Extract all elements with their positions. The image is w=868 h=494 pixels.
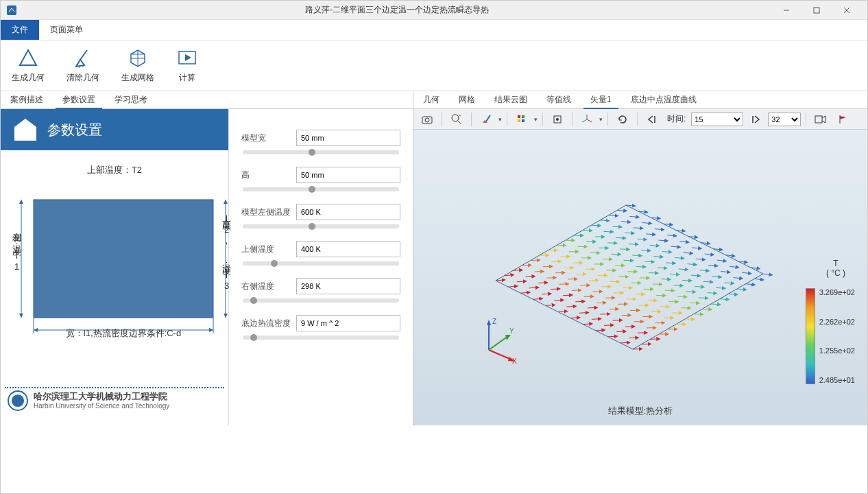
svg-line-113	[641, 250, 651, 251]
svg-line-176	[682, 280, 692, 281]
tab-mesh[interactable]: 网格	[449, 91, 485, 108]
svg-line-33	[582, 119, 587, 122]
maximize-button[interactable]	[801, 1, 832, 20]
svg-line-51	[609, 215, 618, 216]
param-input-left-temp[interactable]	[296, 204, 400, 220]
svg-line-65	[604, 231, 614, 232]
param-input-height[interactable]	[296, 167, 400, 183]
param-input-bottom-flux[interactable]	[296, 315, 400, 331]
flag-icon[interactable]	[833, 111, 852, 128]
fit-icon[interactable]	[548, 111, 567, 128]
ribbon-gen-mesh[interactable]: 生成网格	[117, 43, 158, 88]
svg-line-193	[703, 281, 713, 282]
svg-line-32	[587, 119, 592, 122]
broom-icon	[72, 47, 94, 69]
tab-geometry[interactable]: 几何	[413, 91, 449, 108]
svg-line-50	[600, 220, 610, 221]
diagram-label-right: 高度l2, 温度:T3	[220, 212, 232, 292]
svg-line-164	[705, 254, 714, 255]
left-pane: 参数设置 上部温度：T2	[1, 109, 413, 425]
axes-icon[interactable]	[577, 111, 596, 128]
content: 参数设置 上部温度：T2	[1, 109, 867, 425]
svg-line-97	[629, 244, 638, 245]
svg-line-207	[699, 298, 708, 298]
param-panel: 模型宽 高 模型左侧温度 上	[228, 109, 413, 425]
svg-line-119	[567, 306, 577, 307]
slider-height[interactable]	[243, 187, 399, 191]
svg-line-87	[542, 294, 551, 294]
slider-left-temp[interactable]	[243, 224, 399, 228]
svg-line-196	[730, 266, 739, 268]
svg-line-100	[655, 229, 664, 230]
svg-line-54	[508, 286, 518, 287]
ribbon-clear-geometry[interactable]: 清除几何	[62, 43, 104, 88]
tab-case-desc[interactable]: 案例描述	[1, 91, 53, 108]
svg-line-102	[546, 305, 555, 305]
tab-vector1[interactable]: 矢量1	[581, 91, 621, 108]
svg-line-166	[596, 330, 605, 331]
statusbar	[1, 425, 867, 494]
svg-line-161	[679, 269, 688, 270]
menu-file[interactable]: 文件	[1, 20, 39, 40]
tab-isoline[interactable]: 等值线	[537, 91, 581, 108]
svg-rect-25	[518, 115, 520, 118]
slider-top-temp[interactable]	[243, 261, 399, 266]
svg-line-70	[520, 292, 530, 293]
slider-right-temp[interactable]	[243, 298, 399, 303]
slider-bottom-flux[interactable]	[243, 336, 399, 340]
tab-bottom-curve[interactable]: 底边中点温度曲线	[621, 91, 706, 108]
time-combo[interactable]: 15	[691, 113, 743, 126]
step-forward-icon[interactable]	[746, 111, 765, 128]
tab-param-set[interactable]: 参数设置	[53, 91, 105, 108]
svg-line-146	[675, 258, 684, 259]
tab-study[interactable]: 学习思考	[105, 91, 157, 108]
brush-icon[interactable]	[477, 111, 496, 128]
param-input-top-temp[interactable]	[296, 241, 400, 257]
slider-model-width[interactable]	[243, 150, 399, 154]
ribbon-compute[interactable]: 计算	[172, 43, 202, 88]
param-top-temp: 上侧温度	[241, 241, 400, 266]
record-icon[interactable]	[811, 111, 830, 128]
param-input-right-temp[interactable]	[296, 278, 400, 294]
magnifier-icon[interactable]	[447, 111, 466, 128]
step-back-icon[interactable]	[642, 111, 662, 128]
tab-result-cloud[interactable]: 结果云图	[485, 91, 537, 108]
svg-line-222	[702, 309, 712, 309]
play-icon	[176, 47, 198, 69]
camera-icon[interactable]	[418, 111, 437, 128]
diagram-panel: 参数设置 上部温度：T2	[1, 109, 228, 425]
palette-icon[interactable]	[512, 111, 531, 128]
tab-row: 案例描述 参数设置 学习思考 几何 网格 结果云图 等值线 矢量1 底边中点温度…	[1, 91, 867, 109]
diagram-label-left: 左侧 温度:T1	[10, 226, 23, 272]
svg-line-129	[653, 257, 663, 257]
svg-line-152	[601, 314, 610, 315]
param-bottom-flux: 底边热流密度	[241, 315, 400, 340]
svg-rect-13	[34, 200, 213, 318]
svg-line-212	[742, 272, 751, 274]
svg-line-211	[734, 278, 743, 279]
refresh-icon[interactable]	[613, 111, 632, 128]
param-height: 高	[241, 167, 400, 191]
svg-line-132	[679, 242, 689, 242]
viewport-3d[interactable]: Z Y X T ( °C ) 3.269e+02 2.262e+02 1.255…	[413, 130, 867, 425]
svg-line-224	[720, 299, 730, 300]
svg-line-208	[708, 293, 717, 294]
param-label: 底边热流密度	[241, 318, 292, 329]
svg-line-84	[642, 223, 652, 224]
svg-line-225	[728, 294, 738, 294]
svg-text:Z: Z	[492, 318, 496, 325]
svg-line-168	[613, 320, 623, 321]
ribbon-gen-geometry[interactable]: 生成几何	[8, 43, 49, 88]
close-button[interactable]	[832, 1, 862, 20]
param-right-temp: 右侧温度	[241, 278, 400, 303]
diagram-label-top: 上部温度：T2	[8, 164, 221, 176]
legend-val-1: 2.262e+02	[819, 318, 855, 326]
svg-line-148	[692, 248, 701, 248]
window-title: 路义萍-二维平面三个边定温一个边定热流瞬态导热	[23, 4, 771, 16]
minimize-button[interactable]	[771, 1, 801, 20]
svg-line-86	[533, 298, 543, 299]
svg-line-23	[458, 121, 461, 124]
menu-page[interactable]: 页面菜单	[39, 20, 94, 40]
param-input-model-width[interactable]	[296, 130, 400, 146]
frame-combo[interactable]: 32	[768, 113, 801, 126]
